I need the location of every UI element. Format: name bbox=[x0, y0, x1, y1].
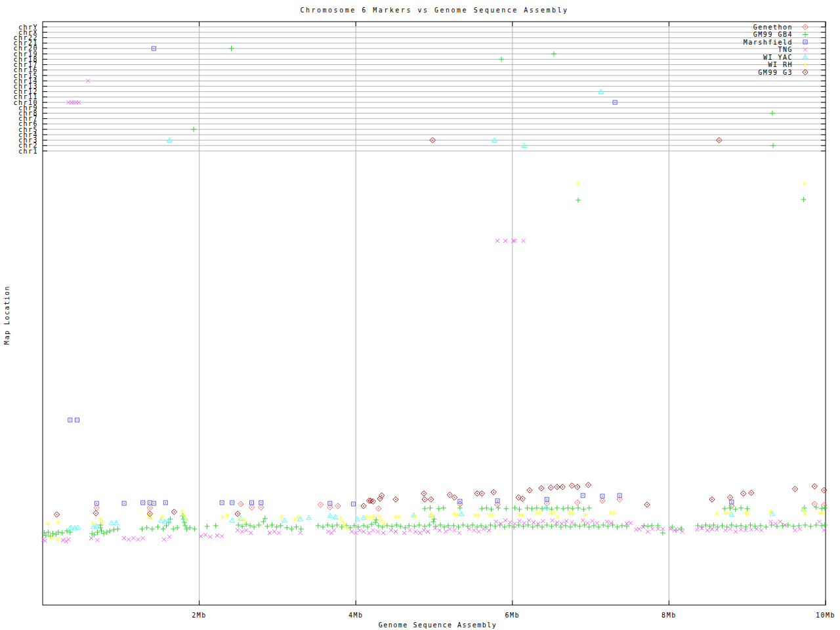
y-axis-label: Map Location bbox=[3, 285, 10, 345]
legend-marker-wi-yac bbox=[803, 54, 808, 59]
series-points-genethon bbox=[94, 497, 827, 511]
plot-generated-content: 2Mb4Mb6Mb8Mb10MbchrYchrXchr22chr21chr20c… bbox=[13, 22, 835, 619]
x-tick-label-10Mb: 10Mb bbox=[816, 612, 835, 619]
series-points-wi-rh bbox=[46, 181, 825, 542]
legend-label-marshfield: Marshfield bbox=[744, 39, 793, 46]
legend: GenethonGM99 GB4MarshfieldTNGWI YACWI RH… bbox=[744, 24, 808, 76]
legend-label-gm99-g3: GM99 G3 bbox=[758, 69, 793, 76]
x-tick-label-6Mb: 6Mb bbox=[505, 612, 520, 619]
series-points-tng bbox=[41, 79, 826, 543]
legend-label-gm99-gb4: GM99 GB4 bbox=[753, 31, 793, 38]
x-tick-label-2Mb: 2Mb bbox=[192, 612, 207, 619]
chrom-row-label-chr1: chr1 bbox=[18, 148, 38, 155]
series-points-marshfield bbox=[68, 47, 734, 506]
series-points-wi-yac bbox=[68, 89, 806, 530]
x-tick-label-8Mb: 8Mb bbox=[662, 612, 677, 619]
legend-label-genethon: Genethon bbox=[753, 24, 793, 31]
legend-label-wi-yac: WI YAC bbox=[763, 54, 793, 61]
series-points-gm99-gb4 bbox=[41, 46, 827, 539]
legend-label-wi-rh: WI RH bbox=[768, 61, 793, 68]
legend-label-tng: TNG bbox=[778, 46, 793, 53]
x-tick-label-4Mb: 4Mb bbox=[348, 612, 364, 619]
scatter-plot: Chromosome 6 Markers vs Genome Sequence … bbox=[0, 0, 840, 630]
x-axis-label: Genome Sequence Assembly bbox=[379, 621, 497, 629]
series-points-gm99-g3 bbox=[54, 137, 827, 517]
chart-canvas: Chromosome 6 Markers vs Genome Sequence … bbox=[0, 0, 840, 630]
chart-title: Chromosome 6 Markers vs Genome Sequence … bbox=[301, 7, 569, 14]
